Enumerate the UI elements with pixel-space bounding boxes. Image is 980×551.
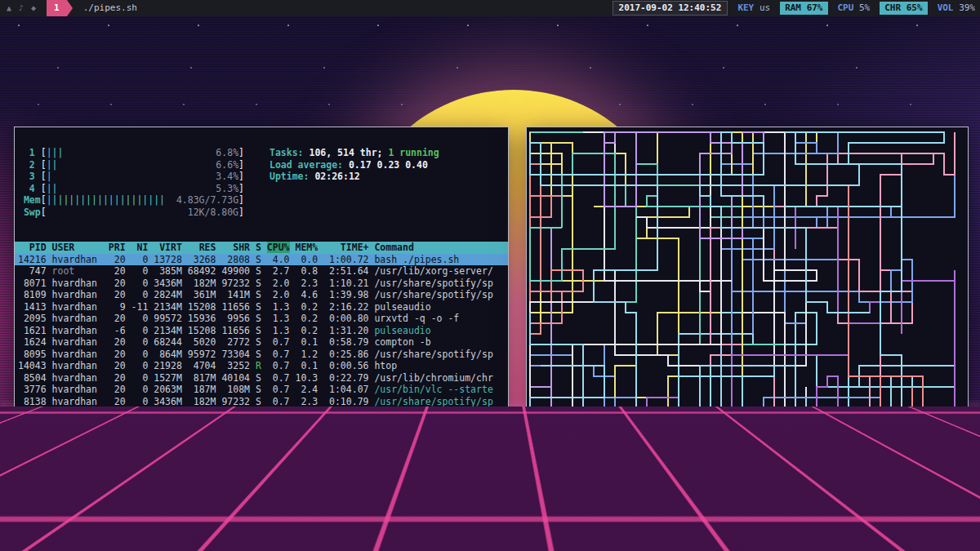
fkey-tree-label[interactable]: Tree — [210, 408, 244, 420]
fkey-search-label[interactable]: Search — [120, 408, 154, 420]
process-row[interactable]: 1621 hvardhan -6 0 2134M 15208 11656 S 1… — [15, 325, 508, 337]
process-row[interactable]: 8109 hvardhan 20 0 2824M 361M 141M S 2.0… — [15, 289, 508, 301]
process-row[interactable]: 2095 hvardhan 20 0 99572 15936 9956 S 1.… — [15, 313, 508, 325]
htop-header-area: 1 [||| 6.8%] 2 [|| 6.6%] 3 [| 3.4%] 4 [|… — [15, 147, 508, 218]
meter: 4 [|| 5.3%] — [18, 183, 255, 195]
clock: 2017-09-02 12:40:52 — [612, 1, 728, 16]
htop-window[interactable]: 1 [||| 6.8%] 2 [|| 6.6%] 3 [| 3.4%] 4 [|… — [14, 127, 509, 423]
fkey-filter[interactable]: F4 — [154, 408, 165, 420]
process-row[interactable]: 8095 hvardhan 20 0 864M 95972 73304 S 0.… — [15, 349, 508, 361]
htop-meters: 1 [||| 6.8%] 2 [|| 6.6%] 3 [| 3.4%] 4 [|… — [18, 147, 255, 218]
process-row[interactable]: 14043 hvardhan 20 0 21928 4704 3252 R 0.… — [15, 360, 508, 372]
fkey-tree[interactable]: F5 — [199, 408, 211, 420]
process-row[interactable]: 8138 hvardhan 20 0 3436M 182M 97232 S 0.… — [15, 396, 508, 408]
workspace-indicator[interactable]: 1 — [47, 0, 67, 16]
fkey-help-label[interactable]: Help — [29, 408, 64, 420]
focused-window-title: ./pipes.sh — [83, 0, 137, 16]
fkey-kill[interactable]: F9 — [380, 408, 391, 420]
status-bar-left: ▲ ♪ ◆ 1 ./pipes.sh — [0, 0, 137, 16]
ram-indicator: RAM 67% — [780, 2, 827, 15]
tasks-line: Tasks: 106, 514 thr; 1 running — [270, 147, 439, 159]
chr-label: CHR — [884, 2, 901, 13]
cpu-value: 5% — [859, 2, 870, 13]
fkey-nice-[interactable]: F8 — [335, 408, 346, 420]
music-icon[interactable]: ♪ — [19, 0, 24, 16]
fkey-help[interactable]: F1 — [18, 408, 29, 420]
meter: 3 [| 3.4%] — [18, 171, 255, 183]
process-row[interactable]: 1413 hvardhan 9 -11 2134M 15208 11656 S … — [15, 301, 508, 313]
htop-sysinfo: Tasks: 106, 514 thr; 1 running Load aver… — [255, 147, 439, 218]
load-line: Load average: 0.17 0.23 0.40 — [270, 159, 439, 171]
process-row[interactable]: 747 root 20 0 385M 68492 49900 S 2.7 0.8… — [15, 265, 508, 278]
fkey-kill-label[interactable]: Kill — [391, 408, 425, 420]
pipe — [764, 355, 955, 419]
ram-value: 67% — [807, 2, 823, 13]
fkey-nice--label[interactable]: Nice - — [301, 408, 335, 420]
keyboard-label: KEY — [737, 2, 754, 13]
meter: Mem[||||||||||||||||||||| 4.83G/7.73G] — [18, 194, 255, 207]
keyboard-value: us — [760, 2, 770, 13]
meter: 2 [|| 6.6%] — [18, 159, 255, 171]
fkey-setup-label[interactable]: Setup — [74, 408, 109, 420]
tasks-running: 1 running — [388, 147, 439, 158]
process-row[interactable]: 14216 hvardhan 20 0 13728 3268 2808 S 4.… — [15, 254, 508, 266]
uptime-value: 02:26:12 — [314, 171, 359, 182]
htop-fkeys: F1Help F2Setup F3SearchF4FilterF5Tree F6… — [15, 408, 508, 420]
wallpaper-grid-floor — [0, 407, 980, 551]
fkey-quit[interactable]: F10 — [425, 408, 443, 420]
keyboard-layout-indicator: KEY us — [737, 0, 770, 16]
htop-process-table: PID USER PRI NI VIRT RES SHR S CPU% MEM%… — [15, 242, 508, 407]
pipe — [732, 132, 955, 228]
workspace-arrow-icon — [67, 0, 73, 16]
tasks-value: 106, 514 thr; — [309, 147, 388, 158]
chromium-indicator: CHR 65% — [880, 2, 927, 15]
process-row[interactable]: 8504 hvardhan 20 0 1527M 817M 40104 S 0.… — [15, 372, 508, 384]
pipe — [838, 153, 933, 323]
status-bar-right: 2017-09-02 12:40:52 KEY us RAM 67% CPU 5… — [612, 0, 980, 16]
vol-label: VOL — [938, 2, 954, 13]
pipe — [530, 153, 626, 334]
process-row[interactable]: 8071 hvardhan 20 0 3436M 182M 97232 S 2.… — [15, 278, 508, 290]
pipe — [530, 164, 583, 355]
pipes-canvas — [527, 127, 968, 424]
pipe — [700, 132, 944, 313]
fkey-sortby-label[interactable]: SortBy — [256, 408, 290, 420]
load-label: Load average: — [270, 159, 349, 171]
status-bar: ▲ ♪ ◆ 1 ./pipes.sh 2017-09-02 12:40:52 K… — [0, 0, 980, 16]
fkey-nice--label[interactable]: Nice + — [346, 408, 381, 420]
process-row[interactable]: 1624 hvardhan 20 0 68244 5020 2772 S 0.7… — [15, 336, 508, 349]
fkey-quit-label[interactable]: Quit — [442, 408, 476, 420]
process-row[interactable]: 3776 hvardhan 20 0 2063M 187M 108M S 0.7… — [15, 384, 508, 396]
uptime-label: Uptime: — [270, 171, 314, 182]
meter: 1 [||| 6.8%] — [18, 147, 255, 159]
ram-label: RAM — [785, 2, 801, 13]
chr-value: 65% — [906, 2, 923, 13]
cpu-label: CPU — [838, 2, 854, 13]
volume-indicator: VOL 39% — [938, 0, 975, 16]
table-header[interactable]: PID USER PRI NI VIRT RES SHR S CPU% MEM%… — [15, 242, 508, 254]
fkey-nice-[interactable]: F7 — [289, 408, 301, 420]
cpu-indicator: CPU 5% — [838, 0, 871, 16]
fkey-setup[interactable]: F2 — [63, 408, 74, 420]
tasks-label: Tasks: — [270, 147, 309, 158]
pipe — [668, 132, 912, 313]
fkey-search[interactable]: F3 — [109, 408, 120, 420]
meter: Swp[ 12K/8.80G] — [18, 207, 255, 219]
pipes-window[interactable] — [526, 127, 969, 425]
fkey-filter-label[interactable]: Filter — [165, 408, 199, 420]
uptime-line: Uptime: 02:26:12 — [270, 171, 439, 183]
pipe — [530, 217, 721, 419]
arch-logo-icon[interactable]: ▲ — [7, 0, 11, 16]
fkey-sortby[interactable]: F6 — [244, 408, 256, 420]
tray-icon[interactable]: ◆ — [31, 0, 36, 16]
vol-value: 39% — [959, 2, 975, 13]
load-value: 0.17 0.23 0.40 — [349, 159, 428, 171]
pipe — [700, 228, 955, 419]
